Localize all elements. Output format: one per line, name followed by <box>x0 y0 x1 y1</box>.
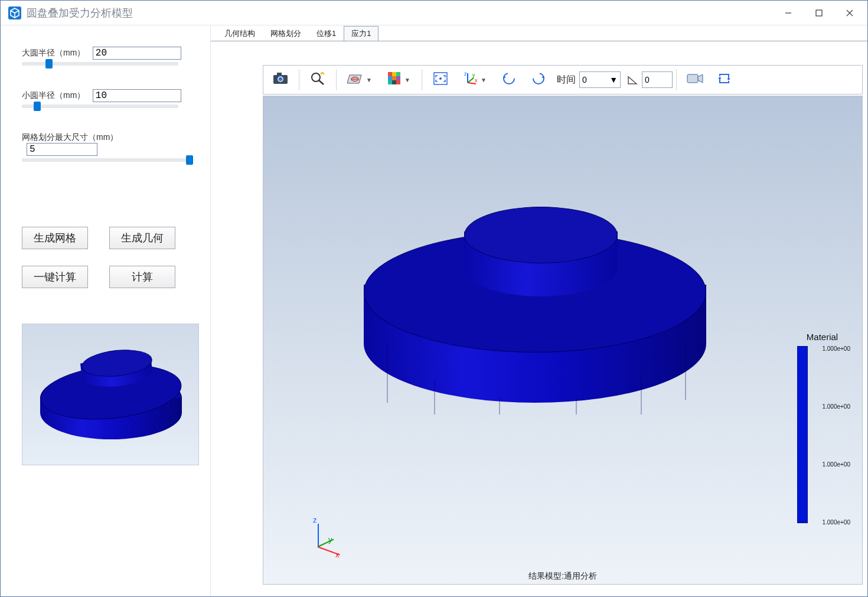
legend-title: Material <box>794 332 850 342</box>
svg-rect-14 <box>392 72 396 76</box>
clipping-dropdown[interactable]: ▼ <box>341 67 378 92</box>
slider-thumb[interactable] <box>45 59 53 68</box>
3d-canvas[interactable]: z y x Material 1.000e+00 1.000e+00 1.000… <box>263 96 863 585</box>
clip-plane-icon <box>347 71 364 88</box>
chevron-down-icon: ▼ <box>404 77 410 83</box>
titlebar: 圆盘叠加受力分析模型 <box>1 1 867 25</box>
preview-thumbnail <box>22 324 199 465</box>
small-radius-input[interactable] <box>93 89 181 102</box>
tab-displacement[interactable]: 位移1 <box>309 26 344 41</box>
svg-text:x: x <box>475 77 478 83</box>
one-click-compute-button[interactable]: 一键计算 <box>22 266 88 288</box>
svg-point-9 <box>312 73 320 81</box>
svg-rect-13 <box>388 72 392 76</box>
svg-line-28 <box>468 78 474 83</box>
loop-button[interactable] <box>711 67 738 92</box>
svg-line-10 <box>319 80 324 84</box>
frame-input[interactable] <box>642 71 673 88</box>
zoom-tool-button[interactable] <box>304 67 331 92</box>
svg-rect-2 <box>816 10 822 16</box>
viewer: ▼ ▼ zxy▼ 时间 0▼ <box>211 41 867 596</box>
rotate-ccw-icon <box>501 71 517 89</box>
axis-y-label: y <box>328 535 332 544</box>
color-legend: Material 1.000e+00 1.000e+00 1.000e+00 1… <box>794 332 850 344</box>
big-radius-label: 大圆半径（mm） <box>22 48 85 58</box>
chevron-down-icon: ▼ <box>366 77 372 83</box>
svg-rect-15 <box>396 72 400 76</box>
rotate-cw-icon <box>530 71 547 89</box>
legend-bar <box>797 346 808 523</box>
sidebar: 大圆半径（mm） 小圆半径（mm） 网格划分最大尺寸（mm） 生成网格 生成几何… <box>1 25 211 596</box>
axis-icon: zxy <box>463 71 478 89</box>
content-area: 几何结构 网格划分 位移1 应力1 ▼ ▼ zxy▼ 时间 0▼ <box>211 25 867 596</box>
tab-stress[interactable]: 应力1 <box>344 26 378 41</box>
svg-rect-16 <box>388 76 392 80</box>
generate-mesh-button[interactable]: 生成网格 <box>22 227 88 249</box>
viewer-toolbar: ▼ ▼ zxy▼ 时间 0▼ <box>263 65 863 94</box>
svg-rect-21 <box>396 80 400 84</box>
record-button[interactable] <box>681 67 709 92</box>
window-title: 圆盘叠加受力分析模型 <box>27 6 773 20</box>
loop-icon <box>717 71 732 88</box>
axis-z-label: z <box>313 516 317 524</box>
svg-rect-19 <box>388 80 392 84</box>
small-radius-label: 小圆半径（mm） <box>22 90 85 101</box>
svg-rect-20 <box>392 80 396 84</box>
legend-tick: 1.000e+00 <box>822 462 850 468</box>
svg-point-23 <box>439 77 442 80</box>
svg-point-30 <box>504 73 514 84</box>
tab-mesh[interactable]: 网格划分 <box>263 26 309 41</box>
svg-text:y: y <box>472 72 475 78</box>
chevron-down-icon: ▼ <box>481 77 487 83</box>
axis-x-label: x <box>335 550 340 559</box>
slider-thumb[interactable] <box>186 155 193 165</box>
rotate-ccw-button[interactable] <box>495 67 523 92</box>
rubik-cube-icon <box>387 71 402 89</box>
axis-triad: z y x <box>305 519 346 560</box>
snapshot-button[interactable] <box>267 67 294 92</box>
small-radius-slider[interactable] <box>22 105 178 108</box>
param-mesh-size: 网格划分最大尺寸（mm） <box>22 132 196 162</box>
mesh-size-slider[interactable] <box>22 158 193 162</box>
svg-rect-18 <box>396 76 400 80</box>
chevron-down-icon: ▼ <box>609 75 618 84</box>
fit-view-button[interactable] <box>427 67 454 92</box>
axis-orientation-dropdown[interactable]: zxy▼ <box>456 67 493 92</box>
param-big-radius: 大圆半径（mm） <box>22 47 196 66</box>
tab-geometry[interactable]: 几何结构 <box>217 26 263 41</box>
mesh-size-label: 网格划分最大尺寸（mm） <box>22 132 118 143</box>
magnifier-icon <box>309 71 326 89</box>
svg-rect-32 <box>687 74 698 83</box>
big-radius-slider[interactable] <box>22 62 178 66</box>
action-buttons: 生成网格 生成几何 一键计算 计算 <box>22 227 175 288</box>
slider-thumb[interactable] <box>34 102 41 111</box>
svg-point-31 <box>533 73 544 84</box>
status-text: 结果模型:通用分析 <box>263 571 862 582</box>
time-select[interactable]: 0▼ <box>579 71 621 88</box>
compute-button[interactable]: 计算 <box>109 266 175 288</box>
generate-geometry-button[interactable]: 生成几何 <box>109 227 175 249</box>
fit-screen-icon <box>432 71 449 89</box>
svg-rect-17 <box>392 76 396 80</box>
angle-icon <box>626 74 638 86</box>
svg-point-8 <box>279 77 282 81</box>
camera-icon <box>272 71 289 88</box>
legend-tick: 1.000e+00 <box>822 346 850 352</box>
time-label: 时间 <box>557 74 576 86</box>
minimize-button[interactable] <box>773 1 804 25</box>
rotate-cw-button[interactable] <box>525 67 552 92</box>
video-camera-icon <box>686 71 704 88</box>
param-small-radius: 小圆半径（mm） <box>22 89 196 108</box>
maximize-button[interactable] <box>804 1 834 25</box>
tabbar: 几何结构 网格划分 位移1 应力1 <box>211 25 867 41</box>
time-value: 0 <box>582 75 587 84</box>
big-radius-input[interactable] <box>93 47 181 60</box>
mesh-size-input[interactable] <box>27 143 97 156</box>
legend-tick: 1.000e+00 <box>822 404 850 410</box>
svg-rect-6 <box>277 73 282 76</box>
legend-tick: 1.000e+00 <box>822 520 850 526</box>
app-icon <box>6 5 23 21</box>
close-button[interactable] <box>834 1 865 25</box>
svg-text:z: z <box>464 71 467 77</box>
colormap-dropdown[interactable]: ▼ <box>380 67 417 92</box>
